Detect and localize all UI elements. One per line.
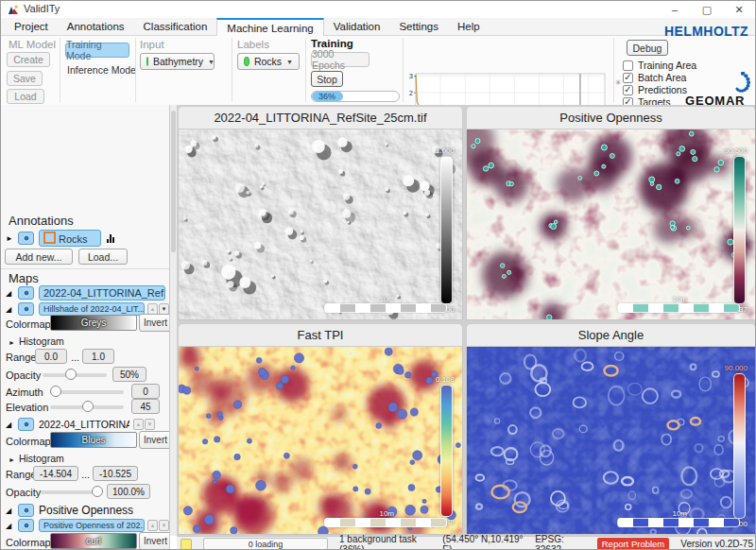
range-min-field[interactable]: -14.504 [33,466,78,481]
menu-project[interactable]: Project [5,18,58,35]
window-title: ValidITy [24,3,60,14]
opacity-slider[interactable] [43,373,107,377]
menu-help[interactable]: Help [448,18,490,35]
background-task-text: 1 background task (36%) [339,534,431,550]
menu-classification[interactable]: Classification [134,18,217,35]
annotation-chip-rocks[interactable]: Rocks [39,230,101,247]
range-min-field[interactable]: 0.0 [35,349,67,364]
histogram-expander[interactable]: ►Histogram [9,453,64,464]
colormap-bar-greys[interactable]: Greys [50,315,137,331]
opacity-field[interactable]: 100.0% [107,484,150,499]
invert-button[interactable]: Invert [139,314,170,332]
colormap-bar-curl[interactable]: curl [50,533,137,549]
elevation-slider[interactable] [50,405,124,409]
layer-chip[interactable]: 2022-04_LITTORINA_RefSit... [39,285,165,301]
overlay-predictions[interactable]: Predictions [623,84,687,95]
colormap-label: Colormap [6,436,51,447]
add-new-annotation-button[interactable]: Add new... [5,249,73,265]
map-view-hillshade[interactable]: 1.000 0.000 10m [178,129,463,320]
azimuth-field[interactable]: 0 [131,384,160,399]
stop-button[interactable]: Stop [311,71,343,87]
training-mode-button[interactable]: Training Mode [65,43,129,58]
colormap-bar-blues[interactable]: Blues [50,432,137,448]
move-up-button[interactable]: ▲ [133,419,144,430]
expander-icon[interactable]: ◢ [6,522,11,530]
colorbar-max-label: 1.000 [436,146,455,155]
inference-mode-button[interactable]: Inference Mode [67,64,136,76]
checkbox-icon[interactable] [623,73,633,83]
visibility-toggle[interactable] [18,504,34,517]
checkbox-label: Batch Area [638,72,686,83]
map-panel-title[interactable]: Positive Openness [466,106,756,129]
visibility-toggle[interactable] [18,519,34,532]
opacity-field[interactable]: 50% [112,367,146,382]
group-label-ml-model: ML Model [9,39,56,50]
slider-handle[interactable] [92,486,103,497]
map-panel-title[interactable]: Slope Angle [466,323,756,347]
slider-handle[interactable] [50,386,61,397]
visibility-toggle[interactable] [18,418,34,431]
expander-icon[interactable]: ◢ [6,305,11,314]
menu-validation[interactable]: Validation [324,18,390,35]
input-dropdown[interactable]: Bathymetry ▼ [140,53,215,70]
range-max-field[interactable]: 1.0 [82,349,114,364]
checkbox-icon[interactable] [623,85,633,95]
layer-name[interactable]: 2022-04_LITTORINA_RefSit... [39,419,129,430]
save-button[interactable]: Save [7,71,43,86]
scrollbar-thumb[interactable] [171,111,176,252]
visibility-toggle[interactable] [18,286,34,300]
slider-handle[interactable] [65,369,77,380]
opacity-slider[interactable] [41,490,101,494]
annotations-title: Annotations [9,214,74,228]
minimize-button[interactable]: – [659,1,691,18]
range-label: Range [6,469,36,480]
report-problem-button[interactable]: Report Problem [597,538,670,550]
elevation-field[interactable]: 45 [131,399,160,414]
group-name[interactable]: Positive Openness [39,504,133,517]
sidebar-scrollbar[interactable] [170,105,177,536]
map-view-fast-tpi[interactable]: 0.108 -0.048 10m [178,347,463,535]
load-button[interactable]: Load [7,89,44,104]
map-grid: 2022-04_LITTORINA_RefSite_25cm.tif [177,105,756,536]
close-button[interactable]: ✕ [723,1,755,18]
visibility-toggle[interactable] [18,232,34,245]
map-panel-title[interactable]: Fast TPI [178,323,463,347]
move-up-button[interactable]: ▲ [147,520,158,531]
invert-button[interactable]: Invert [139,431,170,449]
menu-annotations[interactable]: Annotations [58,18,134,35]
azimuth-slider[interactable] [50,390,124,394]
invert-button[interactable]: Invert [139,532,170,550]
map-panel-title[interactable]: 2022-04_LITTORINA_RefSite_25cm.tif [178,106,463,129]
menu-bar: Project Annotations Classification Machi… [1,18,755,36]
expander-icon[interactable]: ► [6,234,13,243]
panel-hillshade: 2022-04_LITTORINA_RefSite_25cm.tif [178,106,463,320]
map-view-positive-openness[interactable]: 90.500 88.137 10m [466,129,756,320]
visibility-toggle[interactable] [18,302,34,316]
expand-arrow-icon: ► [9,456,15,463]
maximize-button[interactable]: ▢ [691,1,723,18]
overlay-batch-area[interactable]: Batch Area [623,72,686,83]
layer-chip[interactable]: Hillshade of 2022-04_LIT... [39,302,145,316]
scalebar-label: 10m [379,509,394,518]
panel-title-text: Slope Angle [578,328,644,342]
expander-icon[interactable]: ◢ [6,421,11,429]
map-view-slope-angle[interactable]: 90.000 0.000 10m [466,347,756,535]
range-max-field[interactable]: -10.525 [93,466,138,481]
menu-machine-learning[interactable]: Machine Learning [216,18,323,36]
debug-button[interactable]: Debug [627,40,668,56]
histogram-expander[interactable]: ►Histogram [9,335,64,347]
labels-dropdown[interactable]: Rocks ▼ [237,53,300,70]
layer-chip[interactable]: Positive Openness of 202... [39,519,145,532]
checkbox-icon[interactable] [623,60,633,71]
load-annotation-button[interactable]: Load... [78,249,128,265]
expander-icon[interactable]: ◢ [6,507,11,515]
overlay-training-area[interactable]: Training Area [623,60,696,71]
slider-handle[interactable] [82,401,94,412]
move-down-button[interactable]: ▼ [159,520,169,531]
create-button[interactable]: Create [7,52,50,67]
menu-settings[interactable]: Settings [389,18,448,35]
expander-icon[interactable]: ◢ [6,289,11,298]
histogram-icon[interactable] [107,233,114,243]
epochs-field[interactable]: 3000 Epochs [311,52,369,67]
move-down-button[interactable]: ▼ [145,419,155,430]
